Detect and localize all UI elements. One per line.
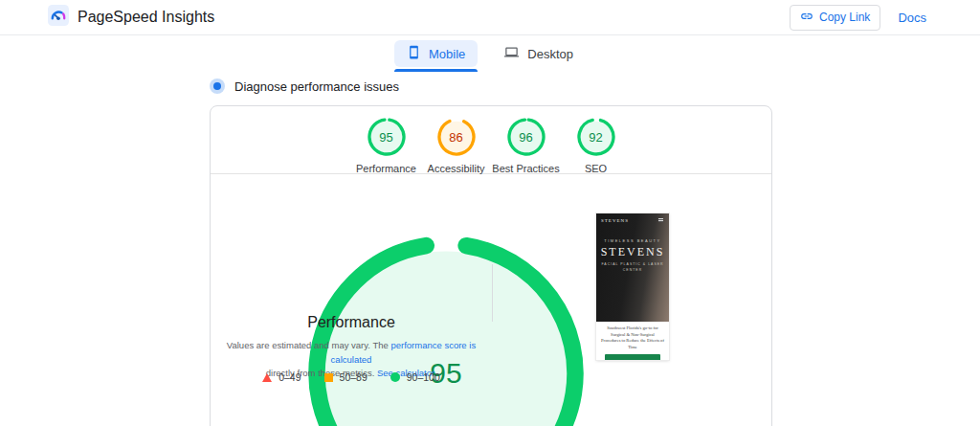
seo-score-label: SEO (585, 163, 607, 174)
diagnose-performance-toggle[interactable]: Diagnose performance issues (210, 78, 399, 94)
performance-score-label: Performance (356, 163, 416, 174)
pagespeed-logo-icon (48, 5, 69, 30)
disclaimer-text-1: Values are estimated and may vary. The (227, 340, 391, 350)
docs-link[interactable]: Docs (898, 11, 926, 25)
best-practices-gauge-ring: 96 (507, 118, 546, 156)
thumbnail-cta-button (605, 354, 660, 360)
score-range-legend: 0–49 50–89 90–100 (211, 371, 492, 383)
performance-heading: Performance (211, 314, 492, 331)
tab-desktop[interactable]: Desktop (491, 40, 586, 67)
performance-summary: 95 Performance Values are estimated and … (211, 174, 771, 395)
link-icon (800, 10, 813, 26)
legend-fail-label: 0–49 (278, 371, 301, 383)
vertical-divider (492, 264, 493, 322)
thumbnail-topbar: STEVENS (596, 213, 669, 223)
thumbnail-body-section: Southwest Florida's go-to for Surgical &… (596, 322, 669, 360)
legend-average-range: 50–89 (324, 371, 368, 383)
score-gauge-performance[interactable]: 95 Performance (351, 118, 421, 173)
hamburger-menu-icon (657, 217, 664, 223)
legend-pass-range: 90–100 (390, 371, 440, 383)
legend-pass-label: 90–100 (407, 371, 440, 383)
app-header: PageSpeed Insights Copy Link Docs (0, 0, 980, 35)
orange-square-icon (324, 373, 333, 382)
thumbnail-subtitle: FACIAL PLASTIC & LASER CENTER (596, 262, 669, 273)
category-scores-row: 95 Performance 86 Accessibility 96 Best … (211, 106, 771, 173)
seo-gauge-ring: 92 (577, 118, 615, 156)
copy-link-label: Copy Link (819, 11, 870, 24)
diagnose-label: Diagnose performance issues (234, 79, 399, 94)
legend-average-label: 50–89 (340, 371, 368, 383)
laptop-icon (503, 45, 520, 62)
page-title: PageSpeed Insights (78, 9, 214, 26)
score-gauge-accessibility[interactable]: 86 Accessibility (421, 118, 491, 173)
tab-mobile[interactable]: Mobile (394, 40, 478, 67)
best-practices-score-value: 96 (507, 118, 546, 156)
pulse-dot-icon (210, 78, 225, 94)
smartphone-icon (407, 45, 421, 62)
thumbnail-hero-section: STEVENS TIMELESS BEAUTY STEVENS FACIAL P… (596, 213, 669, 322)
accessibility-score-label: Accessibility (428, 163, 485, 174)
thumbnail-logo-text: STEVENS (601, 218, 629, 223)
site-screenshot-thumbnail: STEVENS TIMELESS BEAUTY STEVENS FACIAL P… (596, 213, 669, 360)
thumbnail-brand: STEVENS (596, 245, 669, 259)
performance-score-value: 95 (368, 118, 406, 156)
thumbnail-body-text: Southwest Florida's go-to for Surgical &… (601, 325, 664, 351)
accessibility-gauge-ring: 86 (437, 118, 476, 156)
thumbnail-tagline: TIMELESS BEAUTY (596, 238, 669, 243)
seo-score-value: 92 (577, 118, 615, 156)
green-circle-icon (390, 372, 400, 382)
tab-desktop-label: Desktop (527, 47, 573, 61)
performance-gauge-ring: 95 (368, 118, 406, 156)
accessibility-score-value: 86 (437, 118, 476, 156)
pagespeed-insights-page: PageSpeed Insights Copy Link Docs Mobile (0, 0, 980, 426)
header-actions: Copy Link Docs (790, 5, 926, 31)
score-gauge-seo[interactable]: 92 SEO (561, 118, 631, 173)
legend-fail-range: 0–49 (262, 371, 301, 383)
report-card: 95 Performance 86 Accessibility 96 Best … (210, 105, 772, 426)
score-gauge-best-practices[interactable]: 96 Best Practices (491, 118, 561, 173)
app-brand[interactable]: PageSpeed Insights (48, 5, 214, 30)
thumbnail-hero-text: TIMELESS BEAUTY STEVENS FACIAL PLASTIC &… (596, 238, 669, 273)
best-practices-score-label: Best Practices (492, 163, 559, 174)
tab-mobile-label: Mobile (429, 47, 465, 61)
device-tabs: Mobile Desktop (0, 40, 980, 67)
copy-link-button[interactable]: Copy Link (790, 5, 880, 31)
red-triangle-icon (262, 373, 272, 382)
